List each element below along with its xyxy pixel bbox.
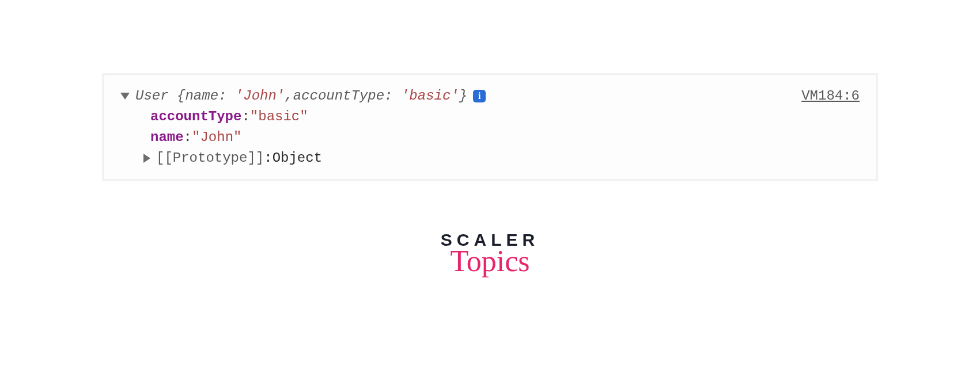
preview-key-2: accountType	[293, 86, 384, 106]
property-key: name	[150, 127, 184, 148]
preview-value-1: 'John'	[235, 86, 285, 106]
brace-open: {	[177, 86, 185, 106]
object-property-row[interactable]: accountType : "basic"	[120, 106, 860, 127]
object-property-row[interactable]: name : "John"	[120, 127, 860, 148]
info-icon[interactable]: i	[473, 90, 486, 102]
prototype-row[interactable]: [[Prototype]] : Object	[120, 148, 860, 169]
prototype-label: [[Prototype]]	[156, 148, 264, 169]
preview-key-1: name	[185, 86, 218, 106]
disclosure-triangle-down-icon[interactable]	[120, 93, 130, 100]
console-output-panel: User { name : 'John' , accountType : 'ba…	[102, 73, 878, 181]
preview-sep: ,	[285, 86, 293, 106]
logo-text-bottom: Topics	[441, 246, 539, 276]
property-value: "basic"	[250, 106, 308, 127]
prototype-colon: :	[264, 148, 272, 169]
preview-value-2: 'basic'	[401, 86, 459, 106]
property-value: "John"	[192, 127, 241, 148]
console-object-header-row[interactable]: User { name : 'John' , accountType : 'ba…	[120, 86, 860, 106]
property-key: accountType	[150, 106, 241, 127]
property-colon: :	[184, 127, 192, 148]
object-preview[interactable]: User { name : 'John' , accountType : 'ba…	[120, 86, 486, 106]
source-location-link[interactable]: VM184:6	[801, 86, 860, 106]
branding-logo: SCALER Topics	[0, 230, 980, 276]
disclosure-triangle-right-icon[interactable]	[143, 154, 150, 163]
constructor-name: User	[135, 86, 169, 106]
brace-close: }	[459, 86, 467, 106]
property-colon: :	[241, 106, 249, 127]
prototype-value: Object	[273, 148, 322, 169]
